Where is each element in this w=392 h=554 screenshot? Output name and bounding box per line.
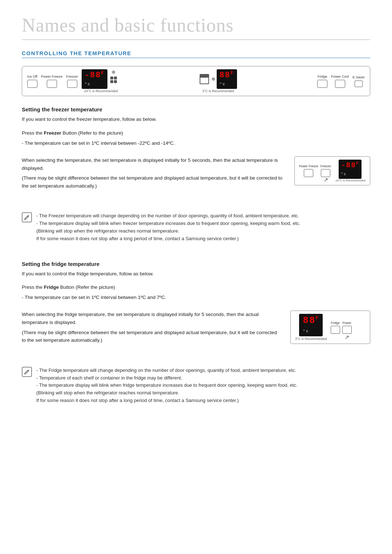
mini-fridge-label: Fridge xyxy=(331,321,340,325)
ice-off-button xyxy=(27,80,37,88)
fridge-when: When selecting the fridge temperature, t… xyxy=(22,311,282,326)
freezer-note-block: - The Freezer temperature will change de… xyxy=(22,212,370,242)
fridge-mini-panel-groups: Fridge Power ↗ xyxy=(331,321,352,334)
panel-icons: ❄ xyxy=(110,69,117,83)
page-title: Names and basic functions xyxy=(22,15,370,36)
fridge-recommended: 3°C is Recommended xyxy=(202,89,234,93)
freezer-label: Freezer xyxy=(66,74,78,78)
fridge-when-text-block: When selecting the fridge temperature, t… xyxy=(22,311,282,346)
mini-panel-groups: Power Freeze Freezer ↗ xyxy=(299,164,331,177)
fridge-heading: Setting the fridge temperature xyxy=(22,261,370,267)
freezer-note1: - The Freezer temperature will change de… xyxy=(36,213,299,218)
fridge-note-block: - The Fridge temperature will change dep… xyxy=(22,367,370,405)
mini-power-freeze-btn xyxy=(304,169,313,177)
fridge-intro: If you want to control the fridge temper… xyxy=(22,270,370,278)
fridge-range: - The temperature can be set in 1ºC inte… xyxy=(22,294,370,301)
finger-icon: ↗ xyxy=(323,176,328,183)
fridge-mini-recommended: 3°C is Recommended xyxy=(295,337,327,341)
mini-power-freeze-col: Power Freeze xyxy=(299,164,318,177)
freezer-mini-panel: Power Freeze Freezer ↗ -88F °c -19°C is … xyxy=(294,156,370,185)
fridge-note-text: - The Fridge temperature will change dep… xyxy=(36,367,298,405)
mini-freezer-display: -88F °c xyxy=(339,160,362,179)
freezer-display: -88F °c xyxy=(82,69,107,89)
fridge-when-row: When selecting the fridge temperature, t… xyxy=(22,311,370,346)
note-icon-freezer xyxy=(22,212,32,222)
grid-icon xyxy=(110,77,117,83)
freezer-bold: Freezer xyxy=(44,130,61,136)
section-heading: CONTROLLING THE TEMPERATURE xyxy=(22,50,370,58)
freezer-display-wrapper: -88F °c ❄ -19°C is Recommended xyxy=(82,69,119,93)
fridge-icon xyxy=(200,74,209,84)
fridge-bold: Fridge xyxy=(44,284,59,290)
fridge-button-group: Fridge xyxy=(317,74,327,88)
fridge-diff: (There may be slight difference between … xyxy=(22,329,282,344)
mini-power-freeze-label: Power Freeze xyxy=(299,164,318,168)
freezer-section: Setting the freezer temperature If you w… xyxy=(22,106,370,242)
fridge-display-wrapper: ❄ 88F °c 3°C is Recommended xyxy=(200,69,237,93)
mini-display-col: -88F °c -19°C is Recommended xyxy=(335,160,366,182)
mini-fridge-col: Fridge xyxy=(331,321,340,334)
freezer-when-text-block: When selecting the temperature, the set … xyxy=(22,156,286,192)
snowflake-icon: ❄ xyxy=(111,69,116,75)
fridge-instruction: Press the Fridge Button (Refer the pictu… xyxy=(22,283,370,291)
freezer-range: - The temperature can be set in 1ºC inte… xyxy=(22,139,370,147)
press-text: Press the xyxy=(22,130,44,136)
mini-power-col: Power ↗ xyxy=(342,321,352,334)
mini-freezer-label: Freezer xyxy=(320,164,331,168)
freezer-button xyxy=(67,80,77,88)
fridge-finger-icon: ↗ xyxy=(344,334,349,341)
fridge-note5: If for some reason it does not stop afte… xyxy=(36,398,239,403)
mini-freezer-col: Freezer ↗ xyxy=(320,164,331,177)
mini-freezer-recommended: -19°C is Recommended xyxy=(335,179,366,182)
ice-off-label: Ice Off xyxy=(27,74,37,78)
fridge-button xyxy=(317,80,327,88)
fridge-large-display: 88F °c xyxy=(299,314,323,336)
pencil-icon xyxy=(24,214,30,220)
freezer-note3: (Blinking will stop when the refrigerato… xyxy=(36,228,179,234)
power-freeze-group: Power Freeze xyxy=(41,74,62,88)
fridge-press-text: Press the xyxy=(22,284,44,290)
fridge-snowflake-icon: ❄ xyxy=(211,76,216,82)
freezer-intro: If you want to control the freezer tempe… xyxy=(22,115,370,123)
note-icon-fridge xyxy=(22,367,32,377)
fridge-display: 88F °c xyxy=(217,69,237,89)
freezer-diff: (There may be slight difference between … xyxy=(22,174,286,190)
control-panel-illustration: Ice Off Power Freeze Freezer -88F °c ❄ xyxy=(22,66,370,96)
fridge-label: Fridge xyxy=(318,74,327,78)
freezer-note-text: - The Freezer temperature will change de… xyxy=(36,212,300,242)
fridge-button-text: Button (Refer the picture) xyxy=(59,284,115,290)
freezer-recommended: -19°C is Recommended xyxy=(83,89,118,93)
mini-power-btn: ↗ xyxy=(342,326,352,334)
fridge-note2: - Temperature of each shelf or container… xyxy=(36,375,182,381)
e-saver-group: E.Saver xyxy=(352,75,365,87)
button-text: Button (Refer to the picture) xyxy=(61,130,123,136)
mini-freezer-btn: ↗ xyxy=(321,169,330,177)
power-cool-label: Power Cool xyxy=(331,74,349,78)
freezer-note2: - The temperature display will blink whe… xyxy=(36,221,300,226)
fridge-note1: - The Fridge temperature will change dep… xyxy=(36,368,296,373)
power-freeze-label: Power Freeze xyxy=(41,74,62,78)
freezer-heading: Setting the freezer temperature xyxy=(22,106,370,112)
freezer-note4: If for some reason it does not stop afte… xyxy=(36,236,239,241)
mini-fridge-btn xyxy=(331,326,340,334)
fridge-mini-panel: 88F °c 3°C is Recommended Fridge Power ↗ xyxy=(290,311,370,344)
fridge-note3: - The temperature display will blink whe… xyxy=(36,382,298,388)
fridge-note4: (Blinking will stop when the refrigerato… xyxy=(36,390,179,395)
freezer-instruction: Press the Freezer Button (Refer to the p… xyxy=(22,129,370,137)
freezer-when: When selecting the temperature, the set … xyxy=(22,156,286,172)
title-divider xyxy=(22,40,370,40)
freezer-group: Freezer xyxy=(66,74,78,88)
freezer-when-row: When selecting the temperature, the set … xyxy=(22,156,370,192)
power-cool-button xyxy=(335,80,345,88)
fridge-section: Setting the fridge temperature If you wa… xyxy=(22,261,370,405)
e-saver-label: E.Saver xyxy=(352,75,365,79)
power-cool-group: Power Cool xyxy=(331,74,349,88)
pencil-icon-fridge xyxy=(24,369,30,375)
e-saver-button xyxy=(355,81,363,87)
ice-off-group: Ice Off xyxy=(27,74,37,88)
fridge-mini-display-col: 88F °c 3°C is Recommended xyxy=(295,314,327,341)
power-freeze-button xyxy=(47,80,57,88)
mini-power-label: Power xyxy=(343,321,351,325)
